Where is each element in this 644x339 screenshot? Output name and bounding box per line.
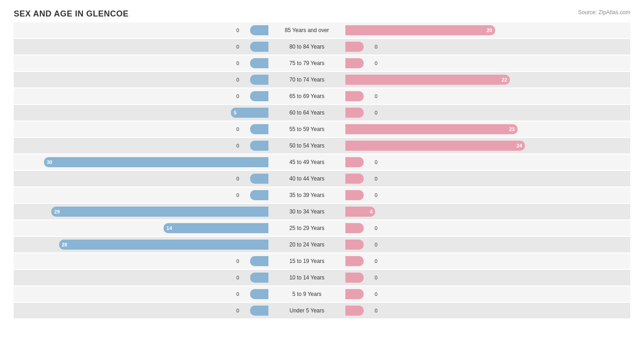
male-value: 0: [236, 291, 239, 297]
right-section: 0: [344, 154, 600, 170]
male-bar: 30: [44, 157, 268, 167]
female-value: 24: [517, 143, 522, 148]
male-bar: 0: [250, 75, 268, 85]
female-value: 23: [509, 126, 514, 132]
right-section: 22: [344, 72, 600, 87]
left-section: 14: [14, 220, 270, 236]
male-value: 28: [62, 242, 67, 247]
female-value: 0: [375, 60, 377, 66]
male-value: 0: [236, 44, 239, 49]
age-label: 5 to 9 Years: [270, 291, 344, 297]
left-section: 0: [14, 55, 270, 71]
female-value: 4: [370, 209, 372, 214]
female-value: 0: [375, 93, 377, 99]
male-value: 5: [234, 110, 236, 115]
female-value: 22: [502, 77, 507, 82]
male-bar: 0: [250, 289, 268, 299]
female-bar: 0: [345, 42, 364, 52]
female-value: 0: [375, 192, 377, 198]
left-section: 0: [14, 187, 270, 203]
right-section: 0: [344, 270, 600, 285]
female-value: 20: [486, 27, 492, 33]
male-value: 0: [236, 77, 239, 82]
male-value: 0: [236, 308, 239, 313]
bar-row: 28 20 to 24 Years 0: [14, 237, 630, 252]
female-value: 0: [375, 176, 377, 181]
male-value: 14: [166, 225, 172, 231]
right-section: 24: [344, 138, 600, 153]
female-value: 0: [375, 44, 377, 49]
female-value: 0: [375, 110, 377, 115]
female-bar: 20: [345, 25, 495, 35]
right-section: 0: [344, 171, 600, 186]
male-value: 0: [236, 143, 239, 148]
right-section: 0: [344, 237, 600, 252]
male-value: 29: [54, 209, 60, 214]
male-value: 0: [236, 176, 239, 181]
female-bar: 0: [345, 58, 364, 68]
bar-row: 29 30 to 34 Years 4: [14, 204, 630, 219]
left-section: 5: [14, 105, 270, 120]
bar-row: 0 70 to 74 Years 22: [14, 72, 630, 87]
female-bar: 0: [345, 273, 364, 283]
bar-row: 0 5 to 9 Years 0: [14, 286, 630, 302]
right-section: 0: [344, 55, 600, 71]
female-bar: 0: [345, 157, 364, 167]
male-value: 30: [47, 159, 52, 165]
male-bar: 0: [250, 141, 268, 151]
bar-row: 0 85 Years and over 20: [14, 22, 630, 38]
left-section: 0: [14, 286, 270, 302]
bar-row: 0 55 to 59 Years 23: [14, 121, 630, 137]
bar-row: 0 35 to 39 Years 0: [14, 187, 630, 203]
right-section: 4: [344, 204, 600, 219]
left-section: 0: [14, 121, 270, 137]
male-bar: 0: [250, 190, 268, 200]
age-label: 30 to 34 Years: [270, 208, 344, 215]
female-bar: 4: [345, 207, 375, 217]
female-bar: 0: [345, 289, 364, 299]
right-section: 23: [344, 121, 600, 137]
bar-row: 0 15 to 19 Years 0: [14, 253, 630, 269]
male-bar: 0: [250, 124, 268, 134]
right-section: 0: [344, 39, 600, 55]
female-value: 0: [375, 242, 377, 247]
chart-area: 0 85 Years and over 20 0 80 to 84 Years …: [14, 22, 630, 302]
age-label: 10 to 14 Years: [270, 274, 344, 281]
right-section: 0: [344, 187, 600, 203]
female-value: 0: [375, 291, 377, 297]
male-value: 0: [236, 192, 239, 198]
bar-row: 14 25 to 29 Years 0: [14, 220, 630, 236]
right-section: 0: [344, 88, 600, 104]
age-label: 40 to 44 Years: [270, 175, 344, 182]
left-section: 0: [14, 270, 270, 285]
left-section: 0: [14, 253, 270, 269]
male-bar: 29: [51, 207, 268, 217]
right-section: 0: [344, 253, 600, 269]
bar-row: 0 80 to 84 Years 0: [14, 39, 630, 55]
age-label: 75 to 79 Years: [270, 60, 344, 66]
age-label: 45 to 49 Years: [270, 159, 344, 165]
left-section: 0: [14, 138, 270, 153]
left-section: 0: [14, 171, 270, 186]
right-section: 20: [344, 22, 600, 38]
left-section: 0: [14, 22, 270, 38]
age-label: 50 to 54 Years: [270, 142, 344, 149]
male-bar: 0: [250, 306, 268, 316]
chart-title: SEX AND AGE IN GLENCOE: [14, 9, 630, 19]
source-text: Source: ZipAtlas.com: [578, 9, 630, 16]
male-value: 0: [236, 93, 239, 99]
male-value: 0: [236, 275, 239, 280]
left-section: 0: [14, 39, 270, 55]
male-bar: 0: [250, 174, 268, 184]
age-label: 80 to 84 Years: [270, 44, 344, 50]
age-label: 70 to 74 Years: [270, 77, 344, 83]
age-label: 55 to 59 Years: [270, 126, 344, 132]
chart-container: SEX AND AGE IN GLENCOE Source: ZipAtlas.…: [0, 0, 644, 339]
female-bar: 0: [345, 256, 364, 266]
right-section: 0: [344, 220, 600, 236]
male-bar: 0: [250, 91, 268, 101]
age-label: 85 Years and over: [270, 27, 344, 33]
male-bar: 0: [250, 25, 268, 35]
left-section: 0: [14, 72, 270, 87]
female-bar: 0: [345, 190, 364, 200]
